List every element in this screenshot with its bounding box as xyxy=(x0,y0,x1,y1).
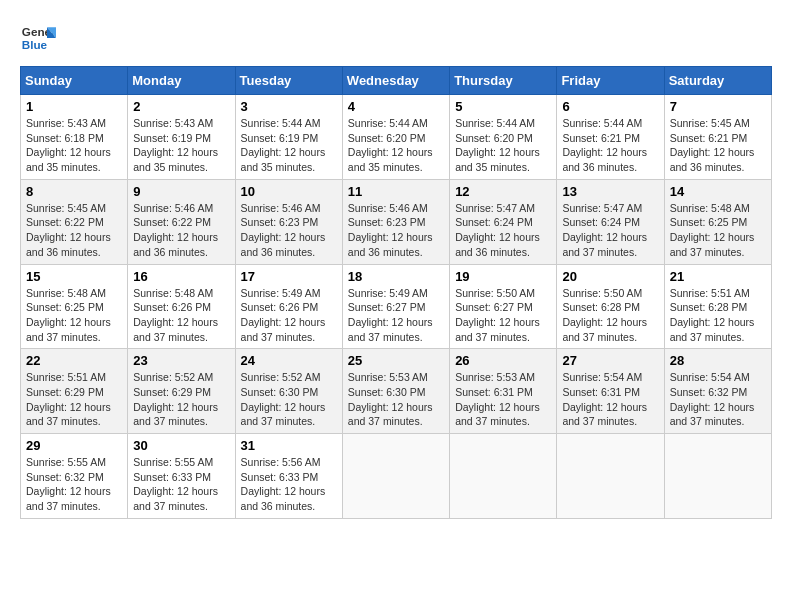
calendar-day-cell: 17 Sunrise: 5:49 AM Sunset: 6:26 PM Dayl… xyxy=(235,264,342,349)
day-number: 13 xyxy=(562,184,658,199)
logo: General Blue xyxy=(20,20,56,56)
day-number: 4 xyxy=(348,99,444,114)
day-info: Sunrise: 5:51 AM Sunset: 6:29 PM Dayligh… xyxy=(26,370,122,429)
weekday-header-saturday: Saturday xyxy=(664,67,771,95)
day-number: 21 xyxy=(670,269,766,284)
calendar-day-cell: 7 Sunrise: 5:45 AM Sunset: 6:21 PM Dayli… xyxy=(664,95,771,180)
day-info: Sunrise: 5:50 AM Sunset: 6:28 PM Dayligh… xyxy=(562,286,658,345)
day-number: 18 xyxy=(348,269,444,284)
day-number: 20 xyxy=(562,269,658,284)
calendar-day-cell: 11 Sunrise: 5:46 AM Sunset: 6:23 PM Dayl… xyxy=(342,179,449,264)
day-info: Sunrise: 5:46 AM Sunset: 6:23 PM Dayligh… xyxy=(348,201,444,260)
calendar-day-cell: 23 Sunrise: 5:52 AM Sunset: 6:29 PM Dayl… xyxy=(128,349,235,434)
calendar-day-cell: 13 Sunrise: 5:47 AM Sunset: 6:24 PM Dayl… xyxy=(557,179,664,264)
calendar-week-row: 8 Sunrise: 5:45 AM Sunset: 6:22 PM Dayli… xyxy=(21,179,772,264)
day-info: Sunrise: 5:50 AM Sunset: 6:27 PM Dayligh… xyxy=(455,286,551,345)
day-number: 24 xyxy=(241,353,337,368)
calendar-day-cell: 27 Sunrise: 5:54 AM Sunset: 6:31 PM Dayl… xyxy=(557,349,664,434)
day-number: 16 xyxy=(133,269,229,284)
weekday-header-thursday: Thursday xyxy=(450,67,557,95)
day-number: 31 xyxy=(241,438,337,453)
day-info: Sunrise: 5:55 AM Sunset: 6:32 PM Dayligh… xyxy=(26,455,122,514)
day-info: Sunrise: 5:51 AM Sunset: 6:28 PM Dayligh… xyxy=(670,286,766,345)
calendar-day-cell: 20 Sunrise: 5:50 AM Sunset: 6:28 PM Dayl… xyxy=(557,264,664,349)
calendar-day-cell: 21 Sunrise: 5:51 AM Sunset: 6:28 PM Dayl… xyxy=(664,264,771,349)
day-info: Sunrise: 5:44 AM Sunset: 6:19 PM Dayligh… xyxy=(241,116,337,175)
day-number: 9 xyxy=(133,184,229,199)
calendar-day-cell: 28 Sunrise: 5:54 AM Sunset: 6:32 PM Dayl… xyxy=(664,349,771,434)
day-number: 8 xyxy=(26,184,122,199)
day-number: 11 xyxy=(348,184,444,199)
day-number: 5 xyxy=(455,99,551,114)
logo-icon: General Blue xyxy=(20,20,56,56)
day-number: 2 xyxy=(133,99,229,114)
day-number: 10 xyxy=(241,184,337,199)
day-number: 26 xyxy=(455,353,551,368)
calendar-day-cell: 31 Sunrise: 5:56 AM Sunset: 6:33 PM Dayl… xyxy=(235,434,342,519)
day-info: Sunrise: 5:44 AM Sunset: 6:20 PM Dayligh… xyxy=(455,116,551,175)
calendar-day-cell: 2 Sunrise: 5:43 AM Sunset: 6:19 PM Dayli… xyxy=(128,95,235,180)
day-info: Sunrise: 5:49 AM Sunset: 6:27 PM Dayligh… xyxy=(348,286,444,345)
day-number: 7 xyxy=(670,99,766,114)
calendar-day-cell: 12 Sunrise: 5:47 AM Sunset: 6:24 PM Dayl… xyxy=(450,179,557,264)
calendar-day-cell: 29 Sunrise: 5:55 AM Sunset: 6:32 PM Dayl… xyxy=(21,434,128,519)
day-number: 12 xyxy=(455,184,551,199)
empty-cell xyxy=(664,434,771,519)
day-info: Sunrise: 5:53 AM Sunset: 6:31 PM Dayligh… xyxy=(455,370,551,429)
weekday-header-friday: Friday xyxy=(557,67,664,95)
day-info: Sunrise: 5:49 AM Sunset: 6:26 PM Dayligh… xyxy=(241,286,337,345)
day-info: Sunrise: 5:46 AM Sunset: 6:22 PM Dayligh… xyxy=(133,201,229,260)
day-number: 15 xyxy=(26,269,122,284)
day-number: 29 xyxy=(26,438,122,453)
calendar-day-cell: 25 Sunrise: 5:53 AM Sunset: 6:30 PM Dayl… xyxy=(342,349,449,434)
empty-cell xyxy=(557,434,664,519)
day-number: 19 xyxy=(455,269,551,284)
day-info: Sunrise: 5:54 AM Sunset: 6:32 PM Dayligh… xyxy=(670,370,766,429)
day-info: Sunrise: 5:48 AM Sunset: 6:26 PM Dayligh… xyxy=(133,286,229,345)
calendar-week-row: 15 Sunrise: 5:48 AM Sunset: 6:25 PM Dayl… xyxy=(21,264,772,349)
day-number: 3 xyxy=(241,99,337,114)
day-info: Sunrise: 5:56 AM Sunset: 6:33 PM Dayligh… xyxy=(241,455,337,514)
empty-cell xyxy=(342,434,449,519)
calendar-day-cell: 26 Sunrise: 5:53 AM Sunset: 6:31 PM Dayl… xyxy=(450,349,557,434)
calendar-day-cell: 24 Sunrise: 5:52 AM Sunset: 6:30 PM Dayl… xyxy=(235,349,342,434)
day-info: Sunrise: 5:52 AM Sunset: 6:29 PM Dayligh… xyxy=(133,370,229,429)
day-info: Sunrise: 5:45 AM Sunset: 6:21 PM Dayligh… xyxy=(670,116,766,175)
page-header: General Blue xyxy=(20,20,772,56)
day-number: 27 xyxy=(562,353,658,368)
calendar-day-cell: 14 Sunrise: 5:48 AM Sunset: 6:25 PM Dayl… xyxy=(664,179,771,264)
weekday-header-tuesday: Tuesday xyxy=(235,67,342,95)
day-info: Sunrise: 5:53 AM Sunset: 6:30 PM Dayligh… xyxy=(348,370,444,429)
day-number: 23 xyxy=(133,353,229,368)
day-number: 6 xyxy=(562,99,658,114)
calendar-week-row: 1 Sunrise: 5:43 AM Sunset: 6:18 PM Dayli… xyxy=(21,95,772,180)
day-info: Sunrise: 5:47 AM Sunset: 6:24 PM Dayligh… xyxy=(562,201,658,260)
day-info: Sunrise: 5:43 AM Sunset: 6:18 PM Dayligh… xyxy=(26,116,122,175)
day-number: 14 xyxy=(670,184,766,199)
day-number: 22 xyxy=(26,353,122,368)
day-info: Sunrise: 5:43 AM Sunset: 6:19 PM Dayligh… xyxy=(133,116,229,175)
calendar-week-row: 22 Sunrise: 5:51 AM Sunset: 6:29 PM Dayl… xyxy=(21,349,772,434)
svg-text:Blue: Blue xyxy=(22,38,48,51)
day-info: Sunrise: 5:54 AM Sunset: 6:31 PM Dayligh… xyxy=(562,370,658,429)
calendar-day-cell: 1 Sunrise: 5:43 AM Sunset: 6:18 PM Dayli… xyxy=(21,95,128,180)
calendar-day-cell: 22 Sunrise: 5:51 AM Sunset: 6:29 PM Dayl… xyxy=(21,349,128,434)
day-info: Sunrise: 5:44 AM Sunset: 6:20 PM Dayligh… xyxy=(348,116,444,175)
empty-cell xyxy=(450,434,557,519)
calendar-week-row: 29 Sunrise: 5:55 AM Sunset: 6:32 PM Dayl… xyxy=(21,434,772,519)
day-info: Sunrise: 5:46 AM Sunset: 6:23 PM Dayligh… xyxy=(241,201,337,260)
calendar-table: SundayMondayTuesdayWednesdayThursdayFrid… xyxy=(20,66,772,519)
calendar-header: SundayMondayTuesdayWednesdayThursdayFrid… xyxy=(21,67,772,95)
day-info: Sunrise: 5:48 AM Sunset: 6:25 PM Dayligh… xyxy=(26,286,122,345)
calendar-day-cell: 6 Sunrise: 5:44 AM Sunset: 6:21 PM Dayli… xyxy=(557,95,664,180)
calendar-day-cell: 18 Sunrise: 5:49 AM Sunset: 6:27 PM Dayl… xyxy=(342,264,449,349)
day-number: 30 xyxy=(133,438,229,453)
calendar-day-cell: 3 Sunrise: 5:44 AM Sunset: 6:19 PM Dayli… xyxy=(235,95,342,180)
weekday-header-sunday: Sunday xyxy=(21,67,128,95)
calendar-day-cell: 4 Sunrise: 5:44 AM Sunset: 6:20 PM Dayli… xyxy=(342,95,449,180)
calendar-day-cell: 30 Sunrise: 5:55 AM Sunset: 6:33 PM Dayl… xyxy=(128,434,235,519)
day-number: 17 xyxy=(241,269,337,284)
day-info: Sunrise: 5:45 AM Sunset: 6:22 PM Dayligh… xyxy=(26,201,122,260)
calendar-day-cell: 16 Sunrise: 5:48 AM Sunset: 6:26 PM Dayl… xyxy=(128,264,235,349)
weekday-header-wednesday: Wednesday xyxy=(342,67,449,95)
